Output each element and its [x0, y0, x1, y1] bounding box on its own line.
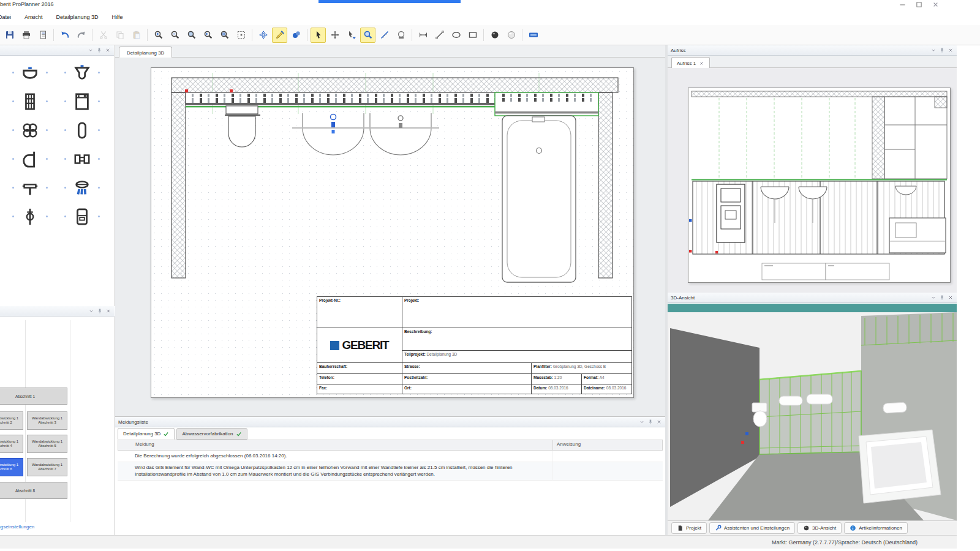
fixture-valve[interactable]: [16, 208, 44, 226]
chevron-down-icon[interactable]: [88, 308, 94, 314]
minimize-button[interactable]: [899, 1, 907, 9]
zoom-in-button[interactable]: [151, 28, 166, 43]
fixture-washing-machine[interactable]: [68, 92, 96, 111]
dimension-button[interactable]: [415, 28, 431, 43]
fixture-boiler[interactable]: [68, 121, 96, 140]
close-icon[interactable]: [699, 61, 704, 66]
fixture-water-connection[interactable]: [16, 179, 44, 197]
dock-tab-projekt[interactable]: Projekt: [671, 522, 707, 534]
close-button[interactable]: [932, 1, 940, 9]
section-block-abschnitt-7[interactable]: Wandabwicklung 1Abschnitt 7: [27, 458, 67, 476]
section-block-abschnitt-3[interactable]: Wandabwicklung 1Abschnitt 3: [27, 411, 67, 430]
fixture-radiator[interactable]: [16, 92, 44, 111]
dock-tab-artikelinformationen[interactable]: Artikelinformationen: [844, 522, 908, 534]
render-shaded-button[interactable]: [487, 28, 502, 43]
view-options-button[interactable]: [526, 28, 541, 43]
maximize-button[interactable]: [915, 1, 923, 9]
zoom-all-button[interactable]: [217, 28, 232, 43]
cut-button[interactable]: [96, 28, 111, 43]
pin-icon[interactable]: [939, 47, 945, 53]
zoom-region-button[interactable]: [360, 28, 375, 43]
tab-aufriss-1[interactable]: Aufriss 1: [671, 57, 710, 69]
copy-button[interactable]: [112, 28, 127, 43]
pin-icon[interactable]: [939, 294, 945, 301]
fixture-shower[interactable]: [68, 179, 96, 197]
zoom-out-button[interactable]: [167, 28, 183, 43]
dock-tab-assistenten-und-einstellungen[interactable]: Assistenten und Einstellungen: [709, 522, 795, 534]
section-block-bottom[interactable]: Abschnitt 8: [0, 482, 67, 499]
fixture-flush-plate[interactable]: [68, 208, 96, 226]
toolbar-separator: [147, 29, 148, 41]
constraint-button[interactable]: [393, 28, 409, 43]
section-block-abschnitt-5[interactable]: Wandabwicklung 1Abschnitt 5: [27, 435, 67, 453]
section-block-abschnitt-6[interactable]: Wandabwicklung 1Abschnitt 6: [0, 458, 23, 476]
orbit-button[interactable]: [288, 28, 304, 43]
aufriss-viewport[interactable]: [668, 68, 957, 293]
measure-button[interactable]: [377, 28, 392, 43]
render-wireframe-button[interactable]: [503, 28, 519, 43]
undo-button[interactable]: [57, 28, 72, 43]
close-icon[interactable]: [105, 308, 111, 314]
zoom-selection-button[interactable]: [184, 28, 199, 43]
rotate-view-button[interactable]: [272, 28, 287, 43]
pin-icon[interactable]: [97, 308, 103, 314]
fixture-washbasin[interactable]: [16, 64, 44, 82]
fixture-pipe-union[interactable]: [68, 150, 96, 168]
draw-ellipse-button[interactable]: [448, 28, 464, 43]
menu-item-datei[interactable]: Datei: [0, 12, 18, 23]
draw-line-button[interactable]: [432, 28, 447, 43]
titlebar[interactable]: Geberit ProPlanner 2016: [0, 0, 957, 9]
chevron-down-icon[interactable]: [639, 419, 645, 425]
message-tab-detailplanung-3d[interactable]: Detailplanung 3D: [118, 428, 175, 440]
paste-button[interactable]: [129, 28, 144, 43]
fixture-urinal[interactable]: [16, 150, 44, 168]
titleblock-strasse: Strasse:: [402, 362, 532, 374]
section-block-top[interactable]: Abschnitt 1: [0, 388, 67, 405]
view3d-scene[interactable]: [668, 312, 957, 520]
menu-item-hilfe[interactable]: Hilfe: [105, 12, 130, 23]
view3d-viewport[interactable]: [668, 312, 957, 520]
close-icon[interactable]: [656, 419, 662, 425]
section-block-abschnitt-4[interactable]: Wandabwicklung 1Abschnitt 4: [0, 435, 23, 453]
section-block-abschnitt-2[interactable]: Wandabwicklung 1Abschnitt 2: [0, 411, 23, 430]
fixture-wc[interactable]: [68, 64, 96, 82]
chevron-down-icon[interactable]: [88, 47, 94, 53]
report-button[interactable]: [35, 28, 50, 43]
pin-icon[interactable]: [96, 47, 102, 53]
dock-tab-3d-ansicht[interactable]: 3D-Ansicht: [797, 522, 842, 534]
close-icon[interactable]: [948, 294, 954, 301]
aufriss-tabstrip: Aufriss 1: [668, 56, 957, 68]
chevron-down-icon[interactable]: [930, 294, 937, 301]
calculation-settings-link[interactable]: Berechnungseinstellungen: [0, 524, 34, 530]
draw-rectangle-button[interactable]: [465, 28, 480, 43]
plan-sheet[interactable]: Projekt-Nr.: Projekt: GEBERIT Beschreibu…: [151, 67, 634, 398]
save-button[interactable]: [2, 28, 17, 43]
column-anweisung[interactable]: Anweisung: [553, 440, 662, 450]
message-row[interactable]: Die Berechnung wurde erfolgreich abgesch…: [118, 451, 663, 462]
elevation-drawing[interactable]: [688, 88, 950, 282]
message-tab-abwasservorfabrikation[interactable]: Abwasservorfabrikation: [176, 428, 247, 440]
zoom-previous-button[interactable]: [200, 28, 216, 43]
tab-detailplanung-3d[interactable]: Detailplanung 3D: [119, 47, 172, 58]
minimize-icon: [899, 1, 907, 9]
pan-button[interactable]: [255, 28, 271, 43]
close-icon[interactable]: [105, 47, 111, 53]
select-button[interactable]: [311, 28, 326, 43]
elevation-sheet[interactable]: [688, 88, 951, 283]
menu-item-detailplanung-3d[interactable]: Detailplanung 3D: [50, 12, 105, 23]
geberit-logo: GEBERIT: [319, 329, 400, 361]
close-icon[interactable]: [948, 47, 954, 53]
move-button[interactable]: [327, 28, 342, 43]
pin-icon[interactable]: [647, 419, 654, 425]
selection-mode-button[interactable]: [344, 28, 359, 43]
fixture-floor-drain[interactable]: [16, 121, 44, 140]
print-button[interactable]: [18, 28, 34, 43]
menu-item-ansicht[interactable]: Ansicht: [18, 12, 50, 23]
message-row[interactable]: Wird das GIS Element für Wand-WC mit Ome…: [118, 462, 663, 481]
redo-button[interactable]: [74, 28, 89, 43]
chevron-down-icon[interactable]: [930, 47, 937, 53]
zoom-fit-button[interactable]: [233, 28, 249, 43]
column-meldung[interactable]: Meldung: [118, 440, 553, 450]
view3d-toolbar[interactable]: [668, 304, 957, 312]
drawing-canvas[interactable]: Projekt-Nr.: Projekt: GEBERIT Beschreibu…: [115, 58, 665, 416]
